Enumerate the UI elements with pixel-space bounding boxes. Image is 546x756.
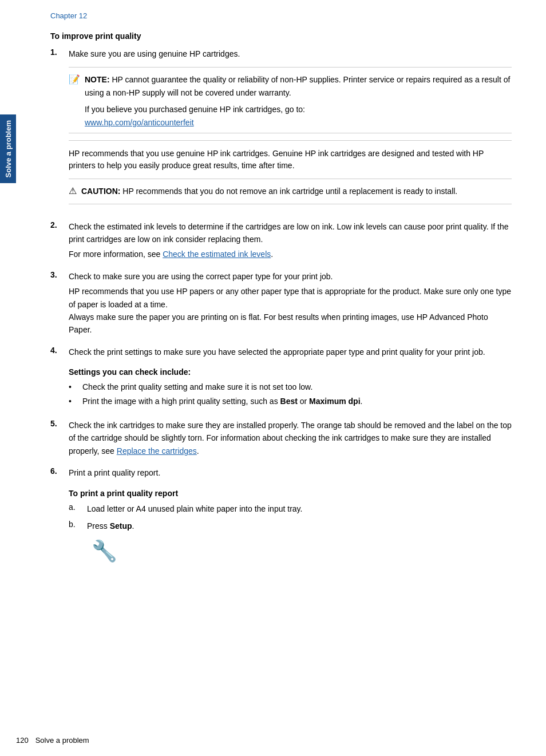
item-number-6: 6. [50, 466, 64, 563]
item-2-link-line: For more information, see Check the esti… [69, 248, 512, 260]
caution-icon: ⚠ [69, 185, 77, 196]
page-number: 120 [16, 736, 29, 745]
side-tab: Solve a problem [0, 114, 16, 183]
step-a-text: Load letter or A4 unused plain white pap… [87, 502, 302, 515]
chapter-header: Chapter 12 [50, 11, 512, 20]
bullet-dot-2: • [69, 395, 78, 407]
replace-cartridges-link[interactable]: Replace the cartridges [117, 446, 197, 456]
section-title: To improve print quality [50, 31, 512, 41]
setup-wrench-icon: 🔧 [92, 539, 117, 563]
item-3-continuation: HP recommends that you use HP papers or … [69, 285, 512, 337]
print-quality-title: To print a print quality report [69, 489, 512, 498]
item-5-text: Check the ink cartridges to make sure th… [69, 419, 512, 457]
step-b: b. Press Setup. [69, 520, 512, 532]
bullet-text-1: Check the print quality setting and make… [82, 381, 312, 393]
list-item-2: 2. Check the estimated ink levels to det… [50, 220, 512, 261]
footer-text: Solve a problem [35, 736, 89, 745]
side-tab-label: Solve a problem [4, 120, 13, 177]
item-number-2: 2. [50, 220, 64, 261]
item-number-5: 5. [50, 419, 64, 457]
item-1-text: Make sure you are using genuine HP cartr… [69, 49, 240, 58]
item-6-text: Print a print quality report. [69, 466, 512, 479]
bullet-text-2: Print the image with a high print qualit… [82, 395, 362, 407]
list-item-6: 6. Print a print quality report. To prin… [50, 466, 512, 563]
note-box: 📝 NOTE: HP cannot guarantee the quality … [69, 67, 512, 133]
item-2-text: Check the estimated ink levels to determ… [69, 220, 512, 246]
item-number-3: 3. [50, 270, 64, 337]
item-3-text: Check to make sure you are using the cor… [69, 270, 512, 283]
setup-icon-container: 🔧 [87, 539, 512, 563]
list-item-4: 4. Check the print settings to make sure… [50, 346, 512, 410]
ink-levels-link[interactable]: Check the estimated ink levels [163, 250, 271, 259]
step-a-letter: a. [69, 502, 82, 515]
bullet-item-1: • Check the print quality setting and ma… [69, 381, 512, 393]
caution-label: CAUTION: [81, 187, 120, 196]
step-b-text: Press Setup. [87, 520, 134, 532]
hp-paragraph: HP recommends that you use genuine HP in… [69, 140, 512, 172]
list-item-5: 5. Check the ink cartridges to make sure… [50, 419, 512, 457]
list-item-3: 3. Check to make sure you are using the … [50, 270, 512, 337]
list-item-1: 1. Make sure you are using genuine HP ca… [50, 48, 512, 211]
note-follow-up: If you believe you purchased genuine HP … [85, 104, 512, 116]
bullet-dot-1: • [69, 381, 78, 393]
note-label: NOTE: [85, 75, 110, 84]
step-a: a. Load letter or A4 unused plain white … [69, 502, 512, 515]
settings-title: Settings you can check include: [69, 367, 512, 377]
item-number-4: 4. [50, 346, 64, 410]
anticounterfeit-link[interactable]: www.hp.com/go/anticounterfeit [85, 118, 194, 127]
settings-section: Settings you can check include: • Check … [69, 367, 512, 407]
settings-bullets: • Check the print quality setting and ma… [69, 381, 512, 407]
print-quality-report-section: To print a print quality report a. Load … [69, 489, 512, 564]
note-icon: 📝 [69, 74, 80, 127]
note-text: HP cannot guarantee the quality or relia… [85, 75, 510, 97]
item-number-1: 1. [50, 48, 64, 211]
caution-text: HP recommends that you do not remove an … [122, 187, 457, 196]
caution-box: ⚠ CAUTION: HP recommends that you do not… [69, 179, 512, 204]
bullet-item-2: • Print the image with a high print qual… [69, 395, 512, 407]
step-b-letter: b. [69, 520, 82, 532]
item-4-text: Check the print settings to make sure yo… [69, 346, 512, 358]
page-footer: 120 Solve a problem [16, 736, 89, 745]
